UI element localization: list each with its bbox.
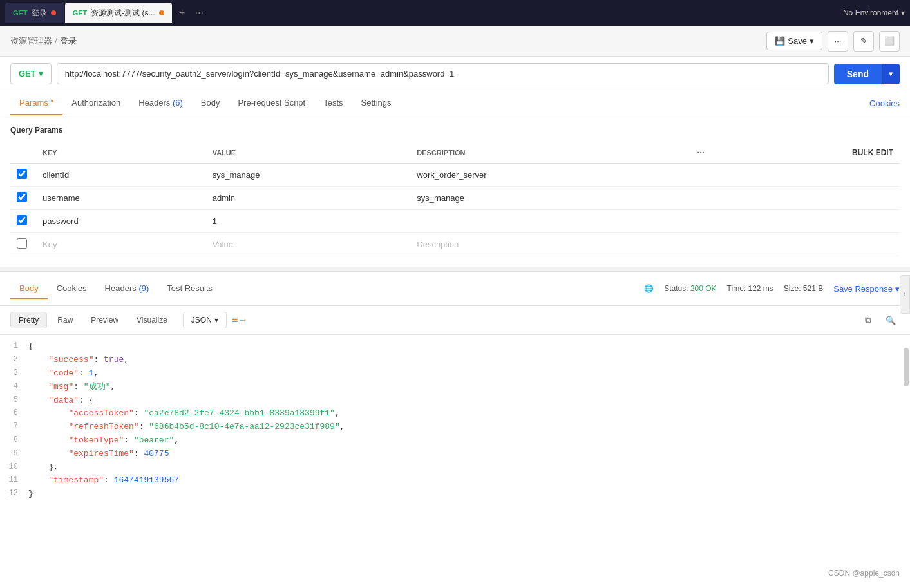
tab-headers[interactable]: Headers (6) xyxy=(129,91,192,115)
param-key-2[interactable]: username xyxy=(36,187,206,210)
send-main-button[interactable]: Send xyxy=(834,64,882,84)
response-tab-test-results[interactable]: Test Results xyxy=(158,278,222,299)
response-header: Body Cookies Headers (9) Test Results 🌐 … xyxy=(0,272,910,306)
side-collapse-button[interactable]: › xyxy=(900,275,910,314)
param-key-1[interactable]: clientId xyxy=(36,164,206,187)
param-checkbox-empty[interactable] xyxy=(17,238,27,249)
param-checkbox-3[interactable] xyxy=(17,215,27,225)
wrap-icon[interactable]: ≡→ xyxy=(232,314,248,326)
response-tabs: Body Cookies Headers (9) Test Results xyxy=(10,278,222,299)
save-response-button[interactable]: Save Response ▾ xyxy=(833,284,900,294)
edit-icon-button[interactable]: ✎ xyxy=(853,31,874,52)
response-tab-cookies[interactable]: Cookies xyxy=(48,278,96,299)
save-response-chevron-icon: ▾ xyxy=(895,284,900,294)
globe-icon: 🌐 xyxy=(644,284,654,293)
save-button[interactable]: 💾 Save ▾ xyxy=(766,32,822,50)
tab-method-get1: GET xyxy=(13,9,28,17)
format-tab-preview[interactable]: Preview xyxy=(83,312,126,328)
json-line-8: 8 "tokenType": "bearer", xyxy=(5,434,900,448)
param-value-2[interactable]: admin xyxy=(206,187,411,210)
tab-label-resource: 资源测试-测试 (s... xyxy=(91,8,155,19)
empty-key-placeholder[interactable]: Key xyxy=(43,240,57,249)
tab-settings[interactable]: Settings xyxy=(352,91,401,115)
json-line-7: 7 "refreshToken": "686b4b5d-8c10-4e7a-aa… xyxy=(5,421,900,434)
scrollbar[interactable] xyxy=(904,348,909,386)
col-description-header: DESCRIPTION xyxy=(410,142,690,164)
send-dropdown-button[interactable]: ▾ xyxy=(882,64,900,84)
cookies-link[interactable]: Cookies xyxy=(869,99,900,108)
tab-resource[interactable]: GET 资源测试-测试 (s... xyxy=(65,3,172,23)
response-tab-body[interactable]: Body xyxy=(10,278,48,299)
response-tab-headers[interactable]: Headers (9) xyxy=(96,278,158,299)
toolbar-right: 💾 Save ▾ ··· ✎ ⬜ xyxy=(766,31,900,52)
col-value-header: VALUE xyxy=(206,142,411,164)
send-button-group: Send ▾ xyxy=(834,64,900,84)
tab-body[interactable]: Body xyxy=(192,91,229,115)
json-line-5: 5 "data": { xyxy=(5,394,900,408)
param-checkbox-1[interactable] xyxy=(17,169,27,179)
empty-value-placeholder[interactable]: Value xyxy=(213,240,233,249)
json-line-2: 2 "success": true, xyxy=(5,354,900,367)
tab-denglu[interactable]: GET 登录 xyxy=(5,3,64,23)
tab-bar: GET 登录 GET 资源测试-测试 (s... + ··· No Enviro… xyxy=(0,0,910,26)
json-viewer[interactable]: 1 { 2 "success": true, 3 "code": 1, 4 "m… xyxy=(0,335,910,515)
format-bar: Pretty Raw Preview Visualize JSON ▾ ≡→ ⧉… xyxy=(0,306,910,335)
json-format-selector[interactable]: JSON ▾ xyxy=(183,312,227,328)
format-tab-visualize[interactable]: Visualize xyxy=(129,312,175,328)
copy-button[interactable]: ⧉ xyxy=(858,311,877,329)
toolbar-more-button[interactable]: ··· xyxy=(828,31,848,52)
param-desc-1[interactable]: work_order_server xyxy=(410,164,690,187)
breadcrumb-current: 登录 xyxy=(60,35,77,47)
format-chevron-icon: ▾ xyxy=(214,316,218,325)
edit-icon: ✎ xyxy=(860,36,867,46)
col-bulk-edit[interactable]: Bulk Edit xyxy=(716,142,900,164)
params-table: KEY VALUE DESCRIPTION ··· Bulk Edit clie… xyxy=(10,142,900,256)
col-actions: ··· xyxy=(690,142,716,164)
tab-tests[interactable]: Tests xyxy=(314,91,352,115)
format-actions: ⧉ 🔍 xyxy=(858,311,900,329)
json-line-4: 4 "msg": "成功", xyxy=(5,381,900,394)
search-button[interactable]: 🔍 xyxy=(882,311,900,329)
add-tab-button[interactable]: + xyxy=(173,4,191,22)
tab-method-get2: GET xyxy=(73,9,88,17)
param-value-3[interactable]: 1 xyxy=(206,210,411,233)
tab-label-denglu: 登录 xyxy=(32,8,47,19)
time-label: Time: 122 ms xyxy=(727,284,773,293)
method-selector[interactable]: GET ▾ xyxy=(10,63,52,84)
url-input[interactable] xyxy=(57,63,829,84)
tab-more-button[interactable]: ··· xyxy=(193,5,206,21)
tab-pre-request[interactable]: Pre-request Script xyxy=(229,91,314,115)
layout-icon-button[interactable]: ⬜ xyxy=(879,31,900,52)
param-desc-2[interactable]: sys_manage xyxy=(410,187,690,210)
chevron-right-icon: › xyxy=(904,290,905,298)
json-line-10: 10 }, xyxy=(5,461,900,475)
tab-dot-2 xyxy=(159,10,164,15)
method-chevron-icon: ▾ xyxy=(39,69,43,79)
breadcrumb-separator: / xyxy=(55,36,57,46)
empty-desc-placeholder[interactable]: Description xyxy=(417,240,459,249)
status-label: Status: 200 OK xyxy=(664,284,716,293)
json-line-1: 1 { xyxy=(5,340,900,354)
param-desc-3[interactable] xyxy=(410,210,690,233)
format-tab-raw[interactable]: Raw xyxy=(50,312,81,328)
table-row: password 1 xyxy=(10,210,900,233)
size-label: Size: 521 B xyxy=(784,284,823,293)
headers-badge: (9) xyxy=(138,283,149,293)
tab-authorization[interactable]: Authorization xyxy=(62,91,129,115)
col-checkbox xyxy=(10,142,36,164)
chevron-down-icon: ▾ xyxy=(901,8,905,17)
save-icon: 💾 xyxy=(775,36,785,46)
url-bar: GET ▾ Send ▾ xyxy=(0,57,910,91)
query-params-title: Query Params xyxy=(10,126,900,135)
format-tab-pretty[interactable]: Pretty xyxy=(10,312,47,328)
save-chevron-icon: ▾ xyxy=(810,36,814,46)
json-line-9: 9 "expiresTime": 40775 xyxy=(5,448,900,461)
param-value-1[interactable]: sys_manage xyxy=(206,164,411,187)
tab-dot-1 xyxy=(51,10,56,15)
tab-params[interactable]: Params ● xyxy=(10,91,62,115)
environment-selector[interactable]: No Environment ▾ xyxy=(843,8,905,17)
param-key-3[interactable]: password xyxy=(36,210,206,233)
json-line-3: 3 "code": 1, xyxy=(5,367,900,381)
param-checkbox-2[interactable] xyxy=(17,192,27,202)
col-key-header: KEY xyxy=(36,142,206,164)
